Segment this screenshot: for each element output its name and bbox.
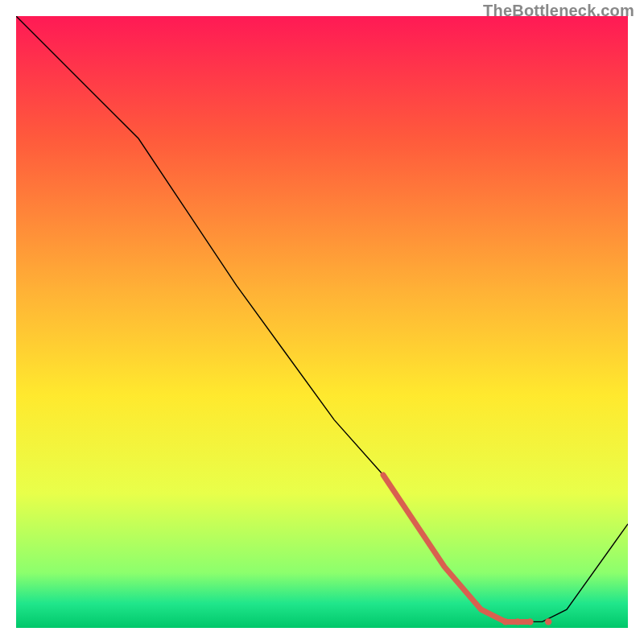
highlight-dots-point [545, 618, 551, 625]
bottleneck-chart [16, 16, 628, 628]
highlight-dots-point [526, 618, 533, 625]
highlight-dots-point [514, 618, 521, 625]
highlight-dots-point [502, 618, 509, 625]
chart-container: TheBottleneck.com [0, 0, 644, 644]
